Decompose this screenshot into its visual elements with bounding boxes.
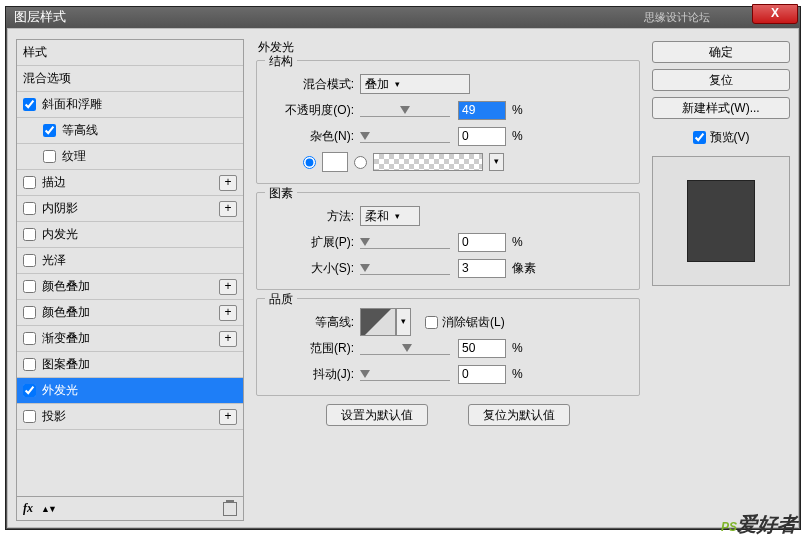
item-innershadow[interactable]: 内阴影+ xyxy=(17,196,243,222)
cancel-button[interactable]: 复位 xyxy=(652,69,790,91)
item-texture[interactable]: 纹理 xyxy=(17,144,243,170)
noise-slider[interactable] xyxy=(360,129,450,143)
jitter-label: 抖动(J): xyxy=(265,366,360,383)
legend-elements: 图素 xyxy=(265,185,297,202)
size-label: 大小(S): xyxy=(265,260,360,277)
item-gradientoverlay[interactable]: 渐变叠加+ xyxy=(17,326,243,352)
item-contour[interactable]: 等高线 xyxy=(17,118,243,144)
noise-input[interactable]: 0 xyxy=(458,127,506,146)
group-structure: 结构 混合模式: 叠加▾ 不透明度(O): 49 % 杂色(N): 0 % xyxy=(256,60,640,184)
check-contour[interactable] xyxy=(43,124,56,137)
opacity-label: 不透明度(O): xyxy=(265,102,360,119)
group-quality: 品质 等高线: ▾ 消除锯齿(L) 范围(R): 50 % 抖动(J): xyxy=(256,298,640,396)
watermark: PS爱好者 xyxy=(721,511,797,538)
styles-column: 样式 混合选项 斜面和浮雕 等高线 纹理 描边+ 内阴影+ 内发光 光泽 颜色叠… xyxy=(16,39,244,521)
jitter-input[interactable]: 0 xyxy=(458,365,506,384)
spread-label: 扩展(P): xyxy=(265,234,360,251)
styles-header[interactable]: 样式 xyxy=(17,40,243,66)
gradient-picker[interactable] xyxy=(373,153,483,171)
check-texture[interactable] xyxy=(43,150,56,163)
range-label: 范围(R): xyxy=(265,340,360,357)
preview-swatch xyxy=(687,180,755,262)
legend-quality: 品质 xyxy=(265,291,297,308)
range-input[interactable]: 50 xyxy=(458,339,506,358)
panel-title: 外发光 xyxy=(258,39,644,56)
trash-icon[interactable] xyxy=(223,502,237,516)
fx-icon[interactable]: fx xyxy=(23,501,33,516)
spread-slider[interactable] xyxy=(360,235,450,249)
preview-box xyxy=(652,156,790,286)
check-coloroverlay1[interactable] xyxy=(23,280,36,293)
ok-button[interactable]: 确定 xyxy=(652,41,790,63)
right-column: 确定 复位 新建样式(W)... 预览(V) xyxy=(652,39,790,521)
group-elements: 图素 方法: 柔和▾ 扩展(P): 0 % 大小(S): 3 像素 xyxy=(256,192,640,290)
add-gradientoverlay[interactable]: + xyxy=(219,331,237,347)
range-slider[interactable] xyxy=(360,341,450,355)
gradient-radio[interactable] xyxy=(354,156,367,169)
dialog-window: 图层样式 思缘设计论坛 X 样式 混合选项 斜面和浮雕 等高线 纹理 描边+ 内… xyxy=(5,6,801,530)
add-coloroverlay2[interactable]: + xyxy=(219,305,237,321)
set-default-button[interactable]: 设置为默认值 xyxy=(326,404,428,426)
color-swatch[interactable] xyxy=(322,152,348,172)
blend-options-header[interactable]: 混合选项 xyxy=(17,66,243,92)
check-patternoverlay[interactable] xyxy=(23,358,36,371)
styles-footer: fx ▲▼ xyxy=(16,497,244,521)
item-dropshadow[interactable]: 投影+ xyxy=(17,404,243,430)
check-innerglow[interactable] xyxy=(23,228,36,241)
item-bevel[interactable]: 斜面和浮雕 xyxy=(17,92,243,118)
item-stroke[interactable]: 描边+ xyxy=(17,170,243,196)
add-dropshadow[interactable]: + xyxy=(219,409,237,425)
check-dropshadow[interactable] xyxy=(23,410,36,423)
dialog-body: 样式 混合选项 斜面和浮雕 等高线 纹理 描边+ 内阴影+ 内发光 光泽 颜色叠… xyxy=(7,28,799,528)
technique-label: 方法: xyxy=(265,208,360,225)
noise-label: 杂色(N): xyxy=(265,128,360,145)
check-satin[interactable] xyxy=(23,254,36,267)
add-coloroverlay1[interactable]: + xyxy=(219,279,237,295)
window-title: 图层样式 xyxy=(6,8,66,26)
item-patternoverlay[interactable]: 图案叠加 xyxy=(17,352,243,378)
arrows-icon[interactable]: ▲▼ xyxy=(41,504,55,514)
opacity-slider[interactable] xyxy=(360,103,450,117)
check-stroke[interactable] xyxy=(23,176,36,189)
add-innershadow[interactable]: + xyxy=(219,201,237,217)
size-input[interactable]: 3 xyxy=(458,259,506,278)
check-outerglow[interactable] xyxy=(23,384,36,397)
blend-mode-label: 混合模式: xyxy=(265,76,360,93)
chevron-down-icon: ▾ xyxy=(395,79,400,89)
item-innerglow[interactable]: 内发光 xyxy=(17,222,243,248)
check-innershadow[interactable] xyxy=(23,202,36,215)
antialias-label: 消除锯齿(L) xyxy=(442,314,505,331)
contour-picker[interactable] xyxy=(360,308,396,336)
gradient-dropdown[interactable]: ▾ xyxy=(489,153,504,171)
add-stroke[interactable]: + xyxy=(219,175,237,191)
new-style-button[interactable]: 新建样式(W)... xyxy=(652,97,790,119)
item-coloroverlay2[interactable]: 颜色叠加+ xyxy=(17,300,243,326)
settings-column: 外发光 结构 混合模式: 叠加▾ 不透明度(O): 49 % 杂色(N): 0 xyxy=(252,39,644,521)
title-bar[interactable]: 图层样式 思缘设计论坛 X xyxy=(6,7,800,27)
item-satin[interactable]: 光泽 xyxy=(17,248,243,274)
reset-default-button[interactable]: 复位为默认值 xyxy=(468,404,570,426)
styles-list: 样式 混合选项 斜面和浮雕 等高线 纹理 描边+ 内阴影+ 内发光 光泽 颜色叠… xyxy=(16,39,244,497)
opacity-input[interactable]: 49 xyxy=(458,101,506,120)
jitter-slider[interactable] xyxy=(360,367,450,381)
antialias-check[interactable] xyxy=(425,316,438,329)
check-bevel[interactable] xyxy=(23,98,36,111)
preview-check[interactable] xyxy=(693,131,706,144)
color-radio[interactable] xyxy=(303,156,316,169)
legend-structure: 结构 xyxy=(265,53,297,70)
size-slider[interactable] xyxy=(360,261,450,275)
contour-dropdown[interactable]: ▾ xyxy=(396,308,411,336)
preview-label: 预览(V) xyxy=(710,129,750,146)
check-gradientoverlay[interactable] xyxy=(23,332,36,345)
close-button[interactable]: X xyxy=(752,4,798,24)
forum-text: 思缘设计论坛 xyxy=(644,10,710,25)
technique-select[interactable]: 柔和▾ xyxy=(360,206,420,226)
chevron-down-icon: ▾ xyxy=(395,211,400,221)
contour-label: 等高线: xyxy=(265,314,360,331)
blend-mode-select[interactable]: 叠加▾ xyxy=(360,74,470,94)
spread-input[interactable]: 0 xyxy=(458,233,506,252)
item-outerglow[interactable]: 外发光 xyxy=(17,378,243,404)
check-coloroverlay2[interactable] xyxy=(23,306,36,319)
item-coloroverlay1[interactable]: 颜色叠加+ xyxy=(17,274,243,300)
